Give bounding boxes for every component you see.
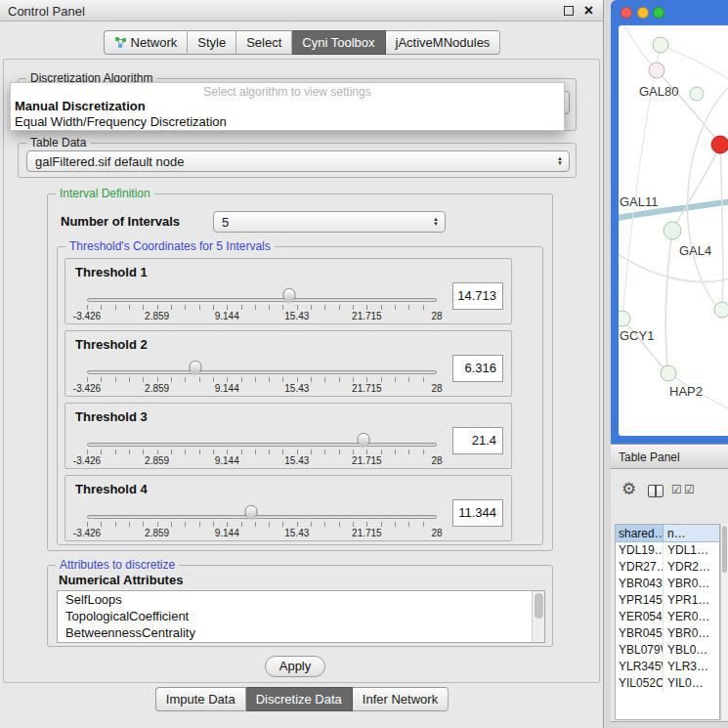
tab-label: Network	[131, 35, 178, 50]
threshold-label: Threshold 2	[75, 337, 148, 352]
network-node[interactable]	[664, 222, 681, 239]
interval-definition-group-title: Interval Definition	[56, 187, 154, 200]
table-cell[interactable]: YIL052C	[616, 675, 664, 692]
columns-icon[interactable]	[648, 485, 664, 497]
table-cell[interactable]: YBR0…	[664, 625, 719, 642]
table-cell[interactable]: YIL0…	[664, 675, 719, 692]
threshold-value-field[interactable]: 14.713	[452, 282, 503, 310]
network-node[interactable]	[619, 311, 630, 326]
slider-thumb[interactable]	[357, 433, 369, 445]
table-cell[interactable]: YPR145W	[616, 592, 664, 609]
table-cell[interactable]: YBL0…	[664, 642, 719, 659]
list-item[interactable]: TopologicalCoefficient	[58, 608, 544, 624]
table-cell[interactable]: YBR0…	[664, 576, 719, 592]
network-node[interactable]	[714, 302, 728, 318]
table-cell[interactable]: YLR345W	[616, 659, 664, 675]
table-cell[interactable]: YLR3…	[664, 659, 719, 675]
slider-thumb[interactable]	[282, 288, 295, 300]
algorithm-dropdown-list: Select algorithm to view settings Manual…	[10, 82, 565, 131]
tick-label: -3.426	[73, 383, 101, 394]
table-cell[interactable]: YBR043C	[616, 576, 664, 592]
scrollbar-thumb[interactable]	[535, 593, 543, 619]
table-row[interactable]: YPR145WYPR1…	[616, 592, 719, 609]
table-row[interactable]: YDL19…YDL1…	[616, 542, 719, 559]
minimize-traffic-light[interactable]	[637, 7, 649, 19]
network-node-selected[interactable]	[711, 136, 728, 153]
tab-impute-data[interactable]: Impute Data	[155, 687, 246, 711]
threshold-value-field[interactable]: 11.344	[452, 499, 503, 527]
tab-jactivemnodules[interactable]: jActiveMNodules	[386, 30, 501, 55]
network-icon	[114, 36, 127, 49]
table-cell[interactable]: YER054C	[616, 609, 664, 625]
table-cell[interactable]: YDL1…	[664, 542, 719, 559]
threshold-value-field[interactable]: 6.316	[452, 355, 503, 382]
table-cell[interactable]: YBR045C	[616, 625, 664, 642]
table-row[interactable]: YIL052CYIL0…	[616, 675, 719, 692]
tick-label: 28	[431, 311, 442, 321]
table-cell[interactable]: YDR27…	[616, 559, 664, 576]
table-data-group: Table Data galFiltered.sif default node …	[18, 143, 577, 178]
close-icon[interactable]: ×	[584, 1, 593, 21]
table-cell[interactable]: YDL19…	[616, 542, 664, 559]
tick-label: -3.426	[73, 455, 101, 466]
table-data-combobox[interactable]: galFiltered.sif default node ▲ ▼	[26, 150, 570, 172]
tick-label: 9.144	[215, 528, 239, 538]
window-title: Control Panel	[8, 4, 85, 19]
float-window-icon[interactable]	[564, 6, 574, 16]
tab-cyni-toolbox[interactable]: Cyni Toolbox	[292, 30, 385, 55]
tab-discretize-data[interactable]: Discretize Data	[246, 687, 353, 711]
slider-tick-labels: -3.426 2.859 9.144 15.43 21.715 28	[87, 383, 437, 395]
table-row[interactable]: YLR345WYLR3…	[616, 659, 719, 675]
tab-select[interactable]: Select	[236, 30, 292, 55]
table-cell[interactable]: YPR1…	[664, 592, 719, 609]
list-scrollbar[interactable]	[532, 591, 544, 642]
threshold-label: Threshold 3	[75, 409, 148, 424]
table-row[interactable]: YER054CYER0…	[616, 609, 719, 625]
table-header-row: shared… n…	[616, 525, 719, 542]
table-row[interactable]: YDR27…YDR2…	[616, 559, 719, 576]
zoom-traffic-light[interactable]	[653, 7, 664, 19]
tick-label: 2.859	[145, 528, 169, 538]
network-node[interactable]	[661, 365, 676, 381]
tab-infer-network[interactable]: Infer Network	[353, 687, 449, 711]
table-cell[interactable]: YER0…	[664, 609, 719, 625]
table-row[interactable]: YBR045CYBR0…	[616, 625, 719, 642]
deselect-all-checks-icon[interactable]: ☑	[684, 483, 695, 496]
threshold-panel-1: Threshold 1 -3.426 2.859 9.144 15.43 21.…	[64, 258, 512, 324]
column-header-name[interactable]: n…	[664, 525, 719, 541]
apply-button[interactable]: Apply	[265, 656, 325, 677]
network-node[interactable]	[653, 37, 668, 53]
list-item[interactable]: BetweennessCentrality	[58, 624, 544, 641]
tab-label: Style	[197, 35, 226, 50]
top-tab-bar: Network Style Select Cyni Toolbox jActiv…	[0, 30, 604, 55]
table-row[interactable]: YBR043CYBR0…	[616, 576, 719, 592]
list-item[interactable]: SelfLoops	[58, 591, 544, 608]
tab-style[interactable]: Style	[188, 30, 236, 55]
number-of-intervals-combobox[interactable]: 5 ▲ ▼	[213, 211, 446, 233]
dropdown-option-equal-width-frequency[interactable]: Equal Width/Frequency Discretization	[11, 114, 564, 130]
slider-thumb[interactable]	[245, 505, 258, 517]
threshold-value-field[interactable]: 21.4	[452, 427, 503, 454]
select-all-checks-icon[interactable]: ☑	[671, 483, 682, 496]
combo-down-icon: ▼	[557, 161, 563, 166]
table-cell[interactable]: YDR2…	[664, 559, 719, 576]
scrollbar-thumb[interactable]	[722, 526, 727, 573]
table-scrollbar[interactable]	[720, 524, 728, 720]
gear-icon[interactable]: ⚙	[621, 481, 636, 497]
network-node[interactable]	[649, 63, 664, 78]
slider-thumb[interactable]	[189, 361, 201, 372]
table-row[interactable]: YBL079WYBL0…	[616, 642, 719, 659]
dropdown-option-manual-discretization[interactable]: Manual Discretization	[11, 99, 564, 114]
control-panel-titlebar[interactable]: Control Panel ×	[0, 0, 603, 21]
column-header-shared-name[interactable]: shared…	[616, 525, 664, 541]
numerical-attributes-label: Numerical Attributes	[59, 573, 183, 587]
table-panel-header[interactable]: Table Panel	[611, 444, 728, 469]
table-cell[interactable]: YBL079W	[616, 642, 664, 659]
tick-label: 28	[431, 383, 442, 394]
tab-network[interactable]: Network	[104, 30, 189, 55]
network-node[interactable]	[690, 87, 704, 101]
table-panel-title: Table Panel	[619, 450, 680, 464]
close-traffic-light[interactable]	[621, 7, 632, 19]
tick-label: 15.43	[284, 455, 309, 466]
tab-label: Discretize Data	[256, 692, 342, 707]
